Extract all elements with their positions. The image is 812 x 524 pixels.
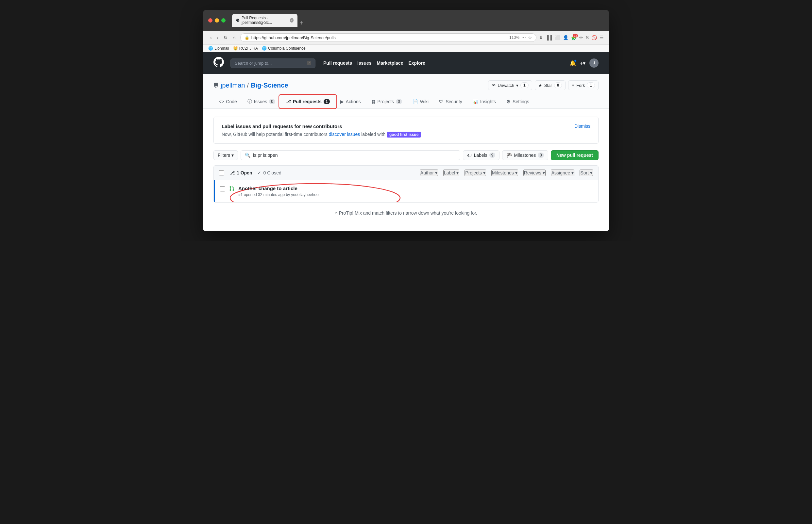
address-bar: ‹ › ↻ ⌂ 🔒 https://github.com/jpellman/Bi… bbox=[203, 31, 609, 45]
svg-text:G: G bbox=[237, 19, 239, 21]
milestones-count: 0 bbox=[538, 152, 544, 158]
close-button[interactable] bbox=[208, 18, 212, 22]
nav-explore[interactable]: Explore bbox=[408, 61, 425, 66]
tab-projects[interactable]: ▦ Projects 0 bbox=[366, 95, 407, 109]
bookmark-icon: 🌐 bbox=[262, 46, 267, 51]
tab-actions[interactable]: ▶ Actions bbox=[335, 95, 366, 109]
tab-issues[interactable]: ⓘ Issues 0 bbox=[242, 95, 281, 109]
url-text: https://github.com/jpellman/Big-Science/… bbox=[251, 35, 507, 40]
account-icon[interactable]: 👤 bbox=[563, 35, 569, 40]
security-icon: 🛡 bbox=[439, 99, 444, 104]
tab-close-button[interactable]: × bbox=[290, 18, 293, 22]
search-icon: 🔍 bbox=[245, 152, 250, 158]
filter-row: Filters ▾ 🔍 is:pr is:open 🏷 Labels 9 🏁 M… bbox=[213, 150, 599, 160]
new-pull-request-button[interactable]: New pull request bbox=[551, 150, 599, 160]
tab-pull-requests[interactable]: ⎇ Pull requests 1 bbox=[281, 95, 335, 109]
maximize-button[interactable] bbox=[221, 18, 225, 22]
tab-wiki[interactable]: 📄 Wiki bbox=[407, 95, 434, 109]
pr-item-wrapper: Another change to article #1 opened 32 m… bbox=[214, 180, 598, 202]
projects-filter[interactable]: Projects ▾ bbox=[464, 169, 486, 176]
search-bar[interactable]: Search or jump to... / bbox=[230, 59, 316, 68]
bookmark-icon[interactable]: ☆ bbox=[528, 35, 532, 40]
star-icon: ★ bbox=[538, 83, 542, 88]
more-options-icon[interactable]: ⋯ bbox=[521, 35, 526, 40]
pr-item-checkbox[interactable] bbox=[220, 186, 225, 192]
refresh-button[interactable]: ↻ bbox=[222, 34, 229, 41]
repo-name-link[interactable]: Big-Science bbox=[251, 82, 288, 89]
github-header-right: 🔔 +▾ J bbox=[570, 59, 599, 68]
pr-list-header: ⎇ 1 Open ✓ 0 Closed Author ▾ Label bbox=[214, 166, 598, 180]
chevron-down-icon: ▾ bbox=[543, 170, 545, 176]
home-button[interactable]: ⌂ bbox=[231, 34, 237, 41]
repo-owner-link[interactable]: jpellman bbox=[221, 82, 245, 89]
plus-button[interactable]: +▾ bbox=[580, 60, 586, 66]
tab-security[interactable]: 🛡 Security bbox=[434, 95, 467, 109]
discover-issues-link[interactable]: discover issues bbox=[329, 132, 360, 137]
dismiss-button[interactable]: Dismiss bbox=[574, 124, 590, 129]
announcement-title: Label issues and pull requests for new c… bbox=[222, 124, 567, 129]
github-logo[interactable] bbox=[213, 57, 224, 69]
menu-icon[interactable]: ☰ bbox=[600, 35, 604, 40]
url-bar[interactable]: 🔒 https://github.com/jpellman/Big-Scienc… bbox=[240, 33, 537, 42]
pen-icon[interactable]: ✏ bbox=[579, 35, 583, 40]
fork-button[interactable]: ⑂ Fork 1 bbox=[568, 80, 599, 90]
github-page: Search or jump to... / Pull requests Iss… bbox=[203, 52, 609, 231]
reader-view-icon[interactable]: ⬜ bbox=[555, 35, 560, 40]
repo-header: jpellman / Big-Science 👁 Unwatch ▾ 1 ★ S… bbox=[203, 74, 609, 109]
search-shortcut: / bbox=[307, 61, 311, 65]
milestones-filter[interactable]: Milestones ▾ bbox=[491, 169, 518, 176]
pr-item-title[interactable]: Another change to article bbox=[238, 185, 593, 191]
sort-filter[interactable]: Sort ▾ bbox=[579, 169, 593, 176]
download-icon[interactable]: ⬇ bbox=[539, 35, 543, 40]
closed-count[interactable]: ✓ 0 Closed bbox=[257, 170, 281, 176]
good-first-issue-badge: good first issue bbox=[387, 132, 421, 137]
block-icon[interactable]: 🚫 bbox=[591, 35, 597, 40]
back-button[interactable]: ‹ bbox=[208, 34, 214, 41]
labels-button[interactable]: 🏷 Labels 9 bbox=[463, 150, 499, 160]
projects-icon: ▦ bbox=[371, 99, 376, 104]
sync-icon[interactable]: S bbox=[586, 35, 589, 40]
open-count[interactable]: ⎇ 1 Open bbox=[229, 170, 252, 176]
tab-insights[interactable]: 📊 Insights bbox=[467, 95, 501, 109]
repo-icon bbox=[213, 83, 219, 88]
check-icon: ✓ bbox=[257, 170, 261, 176]
label-filter[interactable]: Label ▾ bbox=[443, 169, 459, 176]
milestones-button[interactable]: 🏁 Milestones 0 bbox=[502, 150, 548, 160]
nav-marketplace[interactable]: Marketplace bbox=[377, 61, 403, 66]
pull-request-open-icon bbox=[229, 186, 234, 192]
active-tab[interactable]: G Pull Requests · jpellman/Big-Sc... × bbox=[232, 14, 298, 27]
forward-button[interactable]: › bbox=[215, 34, 221, 41]
pro-tip-icon: ○ bbox=[335, 210, 337, 216]
notifications-button[interactable]: 🔔 bbox=[570, 60, 576, 66]
extensions-icon[interactable]: 🧩 23 bbox=[571, 35, 577, 40]
search-placeholder: Search or jump to... bbox=[235, 61, 272, 66]
chevron-down-icon: ▾ bbox=[515, 170, 518, 176]
new-tab-button[interactable]: + bbox=[299, 19, 303, 27]
filters-button[interactable]: Filters ▾ bbox=[213, 150, 238, 160]
bookmark-columbia-confluence[interactable]: 🌐 Columbia Confluence bbox=[262, 46, 306, 51]
dropdown-arrow-icon: ▾ bbox=[232, 152, 234, 158]
assignee-filter[interactable]: Assignee ▾ bbox=[551, 169, 575, 176]
nav-pull-requests[interactable]: Pull requests bbox=[323, 61, 352, 66]
announcement-banner: Label issues and pull requests for new c… bbox=[213, 117, 599, 144]
tab-settings[interactable]: ⚙ Settings bbox=[501, 95, 535, 109]
user-avatar[interactable]: J bbox=[589, 59, 599, 68]
bookmark-lionmail[interactable]: 🌐 Lionmail bbox=[208, 46, 229, 51]
unwatch-button[interactable]: 👁 Unwatch ▾ 1 bbox=[488, 80, 532, 90]
minimize-button[interactable] bbox=[215, 18, 219, 22]
tab-code[interactable]: <> Code bbox=[213, 95, 242, 109]
github-favicon-icon: G bbox=[236, 18, 240, 22]
nav-issues[interactable]: Issues bbox=[357, 61, 372, 66]
settings-icon: ⚙ bbox=[506, 99, 511, 104]
star-count: 0 bbox=[554, 82, 562, 88]
label-icon: 🏷 bbox=[467, 152, 472, 158]
bookmark-rczi-jira[interactable]: 👑 RCZI JIRA bbox=[233, 46, 258, 51]
select-all-checkbox[interactable] bbox=[219, 170, 224, 176]
star-button[interactable]: ★ Star 0 bbox=[535, 80, 566, 90]
author-filter[interactable]: Author ▾ bbox=[420, 169, 438, 176]
issues-icon: ⓘ bbox=[248, 99, 252, 104]
reviews-filter[interactable]: Reviews ▾ bbox=[523, 169, 545, 176]
chevron-down-icon: ▾ bbox=[435, 170, 437, 176]
reading-list-icon[interactable]: ▐▐ bbox=[545, 35, 552, 40]
filter-search-box[interactable]: 🔍 is:pr is:open bbox=[241, 150, 460, 160]
